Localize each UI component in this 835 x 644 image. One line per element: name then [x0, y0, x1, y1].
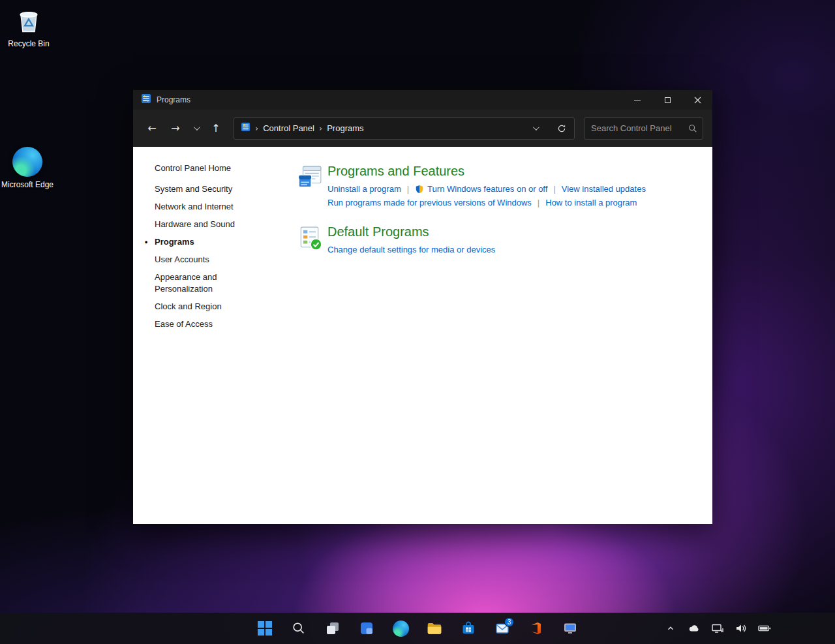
separator: |: [538, 196, 539, 209]
sidebar-item-appearance-and-personalization[interactable]: Appearance and Personalization: [155, 271, 266, 295]
windows-logo-icon: [258, 621, 272, 636]
maximize-button[interactable]: [652, 90, 682, 110]
battery-button[interactable]: [756, 619, 773, 638]
chevron-up-icon: [666, 624, 675, 633]
sidebar-item-control-panel-home[interactable]: Control Panel Home: [155, 163, 283, 173]
breadcrumb-control-panel[interactable]: Control Panel: [263, 123, 314, 133]
address-bar[interactable]: › Control Panel › Programs: [234, 117, 575, 140]
search-icon: [292, 621, 306, 636]
taskbar-app-button[interactable]: [558, 616, 583, 641]
forward-button[interactable]: →: [166, 119, 185, 138]
edge-icon: [12, 146, 43, 177]
control-panel-window: Programs ← → ↑: [133, 90, 712, 524]
desktop-icon-label: Microsoft Edge: [1, 180, 53, 189]
hidden-icons-button[interactable]: [662, 619, 679, 638]
desktop: Recycle Bin Microsoft Edge Pro: [0, 0, 835, 644]
up-button[interactable]: ↑: [206, 119, 226, 138]
recent-pages-button[interactable]: [189, 119, 202, 138]
task-view-button[interactable]: [320, 616, 345, 641]
onedrive-button[interactable]: [686, 619, 703, 638]
mail-badge: 3: [504, 617, 514, 627]
mail-button[interactable]: 3: [490, 616, 515, 641]
section-default-programs: Default Programs Change default settings…: [296, 224, 699, 256]
widgets-icon: [359, 621, 374, 636]
widgets-button[interactable]: [354, 616, 379, 641]
task-link-how-to-install-a-program[interactable]: How to install a program: [545, 196, 637, 209]
volume-button[interactable]: [733, 619, 750, 638]
office-icon: [528, 621, 544, 636]
file-explorer-icon: [426, 620, 443, 637]
sidebar-item-ease-of-access[interactable]: Ease of Access: [155, 318, 266, 330]
microsoft-store-icon: [461, 621, 476, 636]
maximize-icon: [665, 97, 671, 103]
back-button[interactable]: ←: [142, 119, 162, 138]
microsoft-edge-shortcut[interactable]: Microsoft Edge: [0, 146, 55, 189]
task-row: Run programs made for previous versions …: [327, 196, 646, 209]
task-link-uninstall-a-program[interactable]: Uninstall a program: [327, 182, 401, 196]
breadcrumb-chevron: ›: [319, 123, 322, 133]
separator: |: [407, 182, 409, 196]
microsoft-store-button[interactable]: [456, 616, 481, 641]
volume-icon: [735, 622, 748, 635]
taskbar-search-button[interactable]: [286, 616, 311, 641]
task-link-turn-windows-features-on-or-off[interactable]: Turn Windows features on or off: [415, 182, 547, 196]
recycle-bin-shortcut[interactable]: Recycle Bin: [1, 5, 56, 48]
close-icon: [694, 97, 701, 104]
chevron-down-icon: [193, 124, 200, 130]
address-dropdown-button[interactable]: [524, 118, 546, 139]
task-row: Uninstall a program | Turn Windows featu…: [327, 182, 646, 196]
sidebar-item-network-and-internet[interactable]: Network and Internet: [155, 201, 266, 213]
programs-and-features-icon[interactable]: [297, 165, 322, 190]
start-button[interactable]: [252, 616, 277, 641]
recycle-bin-icon: [13, 5, 44, 37]
task-link-change-default-settings[interactable]: Change default settings for media or dev…: [327, 243, 495, 256]
navigation-bar: ← → ↑ › Control Panel › Programs: [133, 110, 712, 147]
sidebar-item-hardware-and-sound[interactable]: Hardware and Sound: [155, 219, 266, 230]
refresh-icon: [557, 124, 566, 133]
search-input[interactable]: [591, 123, 688, 133]
task-view-icon: [325, 621, 341, 636]
network-button[interactable]: [709, 619, 726, 638]
task-link-run-programs-previous-versions[interactable]: Run programs made for previous versions …: [327, 196, 532, 209]
titlebar: Programs: [133, 90, 712, 110]
battery-icon: [757, 622, 772, 635]
search-box: [584, 117, 703, 140]
breadcrumb-chevron: ›: [255, 123, 258, 133]
minimize-button[interactable]: [622, 90, 652, 110]
main-content: Programs and Features Uninstall a progra…: [290, 147, 712, 524]
uac-shield-icon: [415, 185, 424, 194]
window-body: Control Panel Home System and Security N…: [133, 147, 712, 524]
desktop-icon-label: Recycle Bin: [8, 39, 49, 48]
system-tray: [662, 619, 773, 638]
search-icon[interactable]: [688, 124, 697, 133]
sidebar-item-programs[interactable]: •Programs: [155, 236, 266, 248]
sidebar-item-user-accounts[interactable]: User Accounts: [155, 254, 266, 266]
default-programs-icon[interactable]: [297, 226, 322, 251]
breadcrumb-programs[interactable]: Programs: [327, 123, 363, 133]
control-panel-breadcrumb-icon: [241, 122, 250, 134]
minimize-icon: [634, 100, 641, 100]
chevron-down-icon: [532, 124, 539, 130]
refresh-button[interactable]: [551, 118, 573, 139]
programs-and-features-title[interactable]: Programs and Features: [327, 164, 646, 179]
cloud-icon: [688, 622, 701, 635]
file-explorer-button[interactable]: [422, 616, 447, 641]
section-programs-and-features: Programs and Features Uninstall a progra…: [296, 164, 699, 209]
active-bullet: •: [145, 236, 147, 248]
window-title: Programs: [157, 95, 190, 104]
control-panel-window-icon: [141, 93, 151, 106]
network-icon: [711, 622, 724, 635]
edge-icon: [393, 621, 409, 637]
sidebar-item-system-and-security[interactable]: System and Security: [155, 183, 266, 195]
task-row: Change default settings for media or dev…: [327, 243, 495, 256]
edge-taskbar-button[interactable]: [388, 616, 413, 641]
taskbar: 3: [0, 613, 835, 644]
separator: |: [553, 182, 555, 196]
office-button[interactable]: [524, 616, 549, 641]
app-window-icon: [562, 621, 578, 636]
default-programs-title[interactable]: Default Programs: [327, 224, 495, 239]
close-button[interactable]: [682, 90, 712, 110]
sidebar-item-clock-and-region[interactable]: Clock and Region: [155, 301, 266, 313]
task-link-view-installed-updates[interactable]: View installed updates: [562, 182, 646, 196]
sidebar: Control Panel Home System and Security N…: [133, 147, 290, 524]
